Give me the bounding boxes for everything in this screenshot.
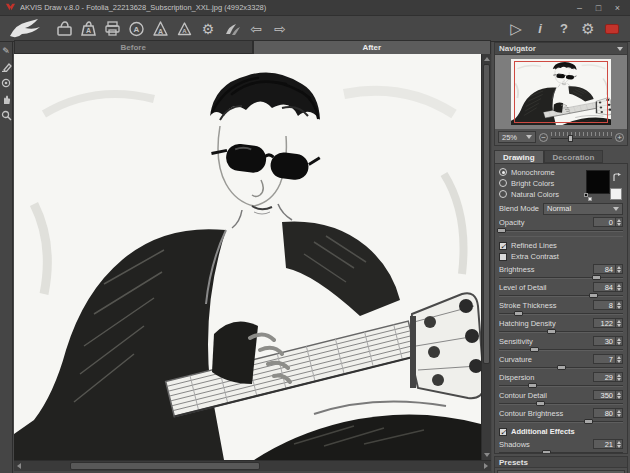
zoom-slider[interactable]: [551, 132, 612, 142]
param-value-input[interactable]: 21: [593, 439, 623, 449]
param-slider[interactable]: [499, 450, 623, 454]
tab-before[interactable]: Before: [14, 40, 253, 54]
horizontal-scroll-thumb[interactable]: [70, 462, 260, 470]
param-value-input[interactable]: 80: [593, 408, 623, 418]
minimize-button[interactable]: –: [572, 2, 587, 14]
foreground-color-swatch[interactable]: [586, 170, 610, 194]
checkbox[interactable]: [499, 428, 507, 436]
navigator-header[interactable]: Navigator: [495, 43, 627, 55]
param-value-input[interactable]: 350: [593, 390, 623, 400]
presets-header[interactable]: Presets: [495, 457, 627, 468]
effects-brushes-icon[interactable]: [220, 18, 244, 40]
radio-button[interactable]: [499, 168, 507, 176]
pencil-tool-icon[interactable]: ✎: [0, 45, 12, 57]
hand-tool-icon[interactable]: [0, 93, 12, 105]
radio-button[interactable]: [499, 179, 507, 187]
spinner[interactable]: [615, 265, 622, 273]
navigator-thumbnail[interactable]: [495, 55, 627, 129]
publish-icon[interactable]: A: [172, 18, 196, 40]
param-value-input[interactable]: 122: [593, 318, 623, 328]
zoom-in-button[interactable]: +: [615, 133, 624, 142]
param-value-input[interactable]: 84: [593, 282, 623, 292]
slider-thumb[interactable]: [528, 383, 537, 388]
param-value-input[interactable]: 30: [593, 336, 623, 346]
maximize-button[interactable]: □: [591, 2, 606, 14]
zoom-tool-icon[interactable]: [0, 109, 12, 121]
spinner[interactable]: [615, 319, 622, 327]
spinner[interactable]: [615, 301, 622, 309]
spinner[interactable]: [615, 409, 622, 417]
spinner[interactable]: [615, 218, 622, 226]
about-icon[interactable]: i: [528, 18, 552, 40]
param-value-input[interactable]: 84: [593, 264, 623, 274]
redo-icon[interactable]: ⇨: [268, 18, 292, 40]
preferences-icon[interactable]: ⚙: [576, 18, 600, 40]
spinner[interactable]: [615, 373, 622, 381]
quick-preview-tool-icon[interactable]: [0, 77, 12, 89]
spinner[interactable]: [615, 283, 622, 291]
option-refined-lines[interactable]: Refined Lines: [499, 240, 623, 251]
background-color-swatch[interactable]: [610, 188, 622, 200]
buy-icon[interactable]: [600, 18, 624, 40]
spinner[interactable]: [615, 355, 622, 363]
checkbox[interactable]: [499, 253, 507, 261]
param-value-input[interactable]: 29: [593, 372, 623, 382]
tab-decoration[interactable]: Decoration: [544, 150, 604, 163]
param-value-input[interactable]: 8: [593, 300, 623, 310]
vertical-scroll-thumb[interactable]: [483, 64, 490, 364]
tab-after[interactable]: After: [253, 40, 492, 54]
param-slider[interactable]: [499, 347, 623, 352]
param-slider[interactable]: [499, 275, 623, 280]
tab-drawing[interactable]: Drawing: [494, 150, 544, 163]
image-canvas[interactable]: [14, 54, 481, 460]
import-icon[interactable]: A: [124, 18, 148, 40]
spinner[interactable]: [615, 391, 622, 399]
print-icon[interactable]: [100, 18, 124, 40]
param-slider[interactable]: [499, 293, 623, 298]
blend-mode-dropdown[interactable]: Normal: [543, 203, 623, 215]
scroll-right-arrow[interactable]: [484, 463, 488, 469]
option-additional-effects[interactable]: Additional Effects: [499, 426, 623, 437]
help-icon[interactable]: ?: [552, 18, 576, 40]
slider-thumb[interactable]: [584, 419, 593, 424]
slider-thumb[interactable]: [547, 329, 556, 334]
slider-thumb[interactable]: [542, 450, 551, 454]
opacity-value-input[interactable]: 0: [593, 217, 623, 227]
slider-thumb[interactable]: [536, 401, 545, 406]
scroll-left-arrow[interactable]: [17, 463, 21, 469]
vertical-scrollbar[interactable]: [481, 54, 491, 460]
param-slider[interactable]: [499, 365, 623, 370]
eraser-tool-icon[interactable]: [0, 61, 12, 73]
slider-thumb[interactable]: [497, 228, 506, 233]
param-slider[interactable]: [499, 419, 623, 424]
opacity-slider[interactable]: [499, 228, 623, 233]
batch-processing-icon[interactable]: ⚙: [196, 18, 220, 40]
scroll-up-arrow[interactable]: [484, 57, 490, 61]
slider-thumb[interactable]: [530, 347, 539, 352]
slider-thumb[interactable]: [592, 275, 601, 280]
horizontal-scrollbar[interactable]: [14, 460, 491, 471]
spinner[interactable]: [615, 337, 622, 345]
spinner[interactable]: [615, 440, 622, 448]
save-image-icon[interactable]: A: [76, 18, 100, 40]
option-extra-contrast[interactable]: Extra Contrast: [499, 251, 623, 262]
navigator-view-frame[interactable]: [514, 61, 608, 123]
close-button[interactable]: ×: [610, 2, 625, 14]
param-slider[interactable]: [499, 401, 623, 406]
slider-thumb[interactable]: [589, 293, 598, 298]
run-icon[interactable]: ▷: [504, 18, 528, 40]
zoom-slider-thumb[interactable]: [568, 135, 573, 142]
checkbox[interactable]: [499, 242, 507, 250]
swap-colors-icon[interactable]: [613, 168, 622, 177]
slider-thumb[interactable]: [514, 311, 523, 316]
param-value-input[interactable]: 7: [593, 354, 623, 364]
default-colors-icon[interactable]: [584, 193, 592, 201]
zoom-level-dropdown[interactable]: 25%: [498, 131, 536, 143]
radio-button[interactable]: [499, 190, 507, 198]
param-slider[interactable]: [499, 311, 623, 316]
undo-icon[interactable]: ⇦: [244, 18, 268, 40]
scroll-down-arrow[interactable]: [484, 453, 490, 457]
share-icon[interactable]: A: [148, 18, 172, 40]
param-slider[interactable]: [499, 383, 623, 388]
zoom-out-button[interactable]: −: [539, 133, 548, 142]
